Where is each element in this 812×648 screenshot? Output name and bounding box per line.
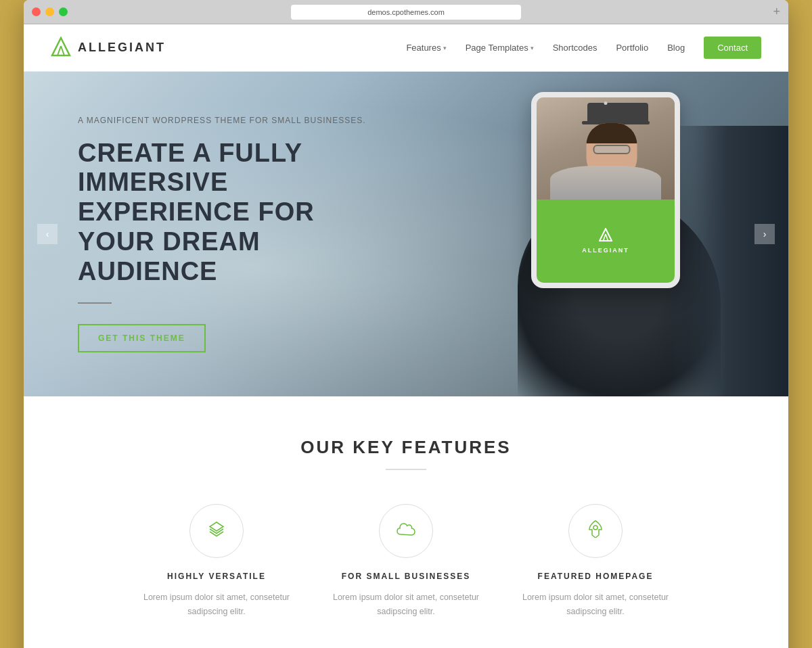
address-bar[interactable]: demos.cpothemes.com [291,5,521,20]
nav-blog[interactable]: Blog [667,43,685,53]
hero-next-arrow[interactable]: › [754,224,775,244]
tablet-logo-text: ALLEGIANT [582,247,629,254]
tablet-device: ALLEGIANT [531,92,680,288]
feature-icon-circle-3 [568,504,623,558]
svg-line-5 [606,234,608,241]
chevron-down-icon: ▾ [531,45,534,51]
browser-buttons [32,7,68,16]
feature-item-homepage: FEATURED HOMEPAGE Lorem ipsum dolor sit … [521,504,670,620]
hero-divider [78,302,112,304]
svg-line-1 [58,46,61,55]
close-button[interactable] [32,7,41,16]
tablet-mockup: ALLEGIANT [531,92,680,288]
new-tab-button[interactable]: + [773,5,780,19]
url-text: demos.cpothemes.com [367,8,445,16]
feature-icon-circle-1 [189,504,244,558]
chevron-down-icon: ▾ [443,45,447,51]
feature-item-versatile: HIGHLY VERSATILE Lorem ipsum dolor sit a… [142,504,291,620]
hero-section: ‹ A MAGNIFICENT WORDPRESS THEME FOR SMAL… [24,72,788,396]
chevron-right-icon: › [763,229,767,239]
svg-point-7 [593,526,597,530]
features-divider [386,469,426,470]
browser-content: ALLEGIANT Features ▾ Page Templates ▾ Sh… [24,24,788,648]
feature-name-3: FEATURED HOMEPAGE [521,572,670,581]
nav-portfolio[interactable]: Portfolio [616,43,648,53]
tablet-logo-icon [599,228,612,243]
logo-icon [51,37,71,60]
tablet-screen: ALLEGIANT [537,97,675,283]
hero-content: A MAGNIFICENT WORDPRESS THEME FOR SMALL … [24,116,396,352]
feature-name-2: FOR SMALL BUSINESSES [332,572,480,581]
hero-cta-button[interactable]: GET THIS THEME [78,324,206,352]
rocket-icon [588,520,603,542]
chevron-left-icon: ‹ [46,229,49,239]
layers-icon [208,521,225,541]
features-title: OUR KEY FEATURES [51,437,761,458]
feature-item-business: FOR SMALL BUSINESSES Lorem ipsum dolor s… [332,504,480,620]
tablet-screen-top [537,97,675,200]
hero-title: CREATE A FULLY IMMERSIVE EXPERIENCE FOR … [78,139,396,286]
feature-icon-circle-2 [379,504,433,558]
minimize-button[interactable] [45,7,54,16]
features-section: OUR KEY FEATURES [24,396,788,648]
feature-desc-1: Lorem ipsum dolor sit amet, consetetur s… [142,591,291,620]
maximize-button[interactable] [59,7,68,16]
site-logo: ALLEGIANT [51,37,166,60]
logo-text: ALLEGIANT [78,41,166,55]
feature-desc-2: Lorem ipsum dolor sit amet, consetetur s… [332,591,480,620]
site-navigation: ALLEGIANT Features ▾ Page Templates ▾ Sh… [24,24,788,72]
contact-button[interactable]: Contact [704,37,761,59]
tablet-camera [604,101,608,105]
features-grid: HIGHLY VERSATILE Lorem ipsum dolor sit a… [51,504,761,620]
hero-subtitle: A MAGNIFICENT WORDPRESS THEME FOR SMALL … [78,116,396,125]
nav-features[interactable]: Features ▾ [406,43,446,53]
tablet-screen-bottom: ALLEGIANT [537,200,675,283]
browser-window: demos.cpothemes.com + ALLEGIANT Features… [24,0,788,648]
nav-shortcodes[interactable]: Shortcodes [553,43,597,53]
browser-titlebar: demos.cpothemes.com + [24,0,788,24]
svg-marker-6 [210,522,223,531]
svg-line-4 [604,234,606,241]
hero-rocks2 [667,126,788,396]
feature-name-1: HIGHLY VERSATILE [142,572,291,581]
feature-desc-3: Lorem ipsum dolor sit amet, consetetur s… [521,591,670,620]
nav-links: Features ▾ Page Templates ▾ Shortcodes P… [406,37,761,59]
hero-prev-arrow[interactable]: ‹ [37,224,58,244]
cloud-icon [397,522,415,540]
svg-line-2 [61,46,64,55]
nav-page-templates[interactable]: Page Templates ▾ [466,43,534,53]
